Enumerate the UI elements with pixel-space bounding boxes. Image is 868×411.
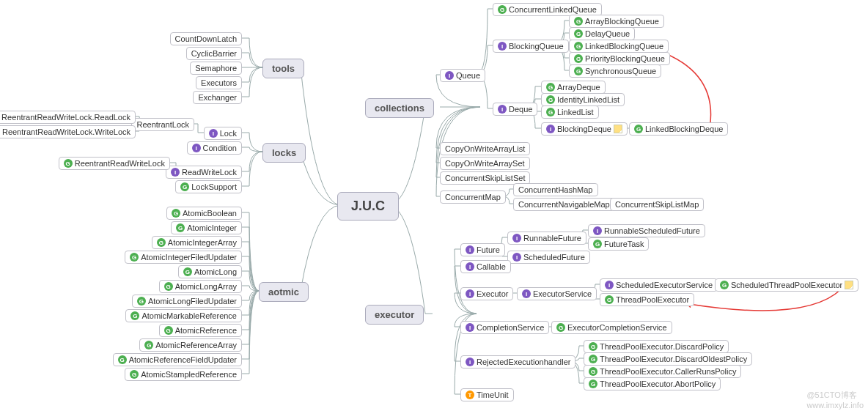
interface-icon: I [593, 226, 602, 235]
node-blockingqueue[interactable]: IBlockingQueue [493, 40, 569, 53]
node-writelock[interactable]: GReentrantReadWriteLock.WriteLock [0, 125, 136, 138]
node-atomicreferencefieldupdater[interactable]: GAtomicReferenceFieldUpdater [113, 353, 242, 366]
node-executorcompletionservice[interactable]: GExecutorCompletionService [551, 321, 672, 334]
class-icon: G [556, 323, 565, 332]
node-atomicreference[interactable]: GAtomicReference [159, 324, 242, 337]
class-icon: G [130, 253, 139, 262]
node-condition[interactable]: ICondition [187, 141, 242, 155]
node-atomicboolean[interactable]: GAtomicBoolean [166, 207, 242, 220]
node-queue[interactable]: IQueue [440, 69, 485, 82]
node-runnablefuture[interactable]: IRunnableFuture [507, 232, 586, 245]
node-countdownlatch[interactable]: CountDownLatch [170, 32, 242, 45]
class-icon: G [589, 355, 597, 363]
interface-icon: I [498, 42, 507, 51]
class-icon: G [634, 125, 643, 133]
watermark: @51CTO博客 www.imxylz.info [806, 390, 864, 410]
node-arraydeque[interactable]: GArrayDeque [541, 81, 606, 94]
node-priorityblockingqueue[interactable]: GPriorityBlockingQueue [569, 52, 670, 65]
node-completionservice[interactable]: ICompletionService [460, 321, 549, 334]
node-atomicinteger[interactable]: GAtomicInteger [171, 221, 242, 234]
node-scheduledthreadpoolexecutor[interactable]: GScheduledThreadPoolExecutor [715, 278, 858, 292]
node-threadpoolexecutor[interactable]: GThreadPoolExecutor [600, 293, 694, 306]
branch-tools[interactable]: tools [262, 59, 304, 78]
node-executors[interactable]: Executors [196, 76, 242, 89]
class-icon: G [589, 367, 597, 376]
node-readlock[interactable]: GReentrantReadWriteLock.ReadLock [0, 111, 136, 124]
node-concurrenthashmap[interactable]: ConcurrentHashMap [513, 183, 598, 196]
node-atomicstampledreference[interactable]: GAtomicStampledReference [125, 368, 242, 381]
class-icon: G [574, 54, 583, 63]
class-icon: G [546, 83, 555, 92]
node-reentrantlock[interactable]: ReentrantLock [131, 118, 194, 131]
class-icon: G [172, 209, 180, 218]
node-executorservice[interactable]: IExecutorService [517, 287, 597, 300]
interface-icon: I [466, 245, 474, 254]
node-callerrunspolicy[interactable]: GThreadPoolExecutor.CallerRunsPolicy [584, 365, 741, 378]
interface-icon: I [171, 168, 180, 177]
node-concurrentnavigablemap[interactable]: ConcurrentNavigableMap [513, 198, 615, 211]
interface-icon: I [522, 289, 531, 298]
node-future[interactable]: IFuture [460, 243, 505, 256]
interface-icon: I [466, 358, 474, 366]
interface-icon: I [605, 281, 614, 289]
node-atomiclongarray[interactable]: GAtomicLongArray [159, 280, 242, 293]
interface-icon: I [466, 262, 474, 271]
class-icon: G [130, 311, 139, 320]
node-linkedblockingdeque[interactable]: GLinkedBlockingDeque [629, 122, 728, 136]
class-icon: G [546, 95, 555, 104]
node-linkedblockingqueue[interactable]: GLinkedBlockingQueue [569, 40, 669, 53]
node-rejectedexecutionhandler[interactable]: IRejectedExecutionhandler [460, 355, 575, 369]
branch-atomic[interactable]: aotmic [259, 282, 309, 302]
node-atomicintegerfiledupdater[interactable]: GAtomicIntegerFiledUpdater [125, 251, 242, 264]
class-icon: G [589, 379, 597, 388]
node-delayqueue[interactable]: GDelayQueue [569, 27, 635, 40]
node-blockingdeque[interactable]: IBlockingDeque [541, 122, 628, 136]
node-readwritelock[interactable]: IReadWriteLock [166, 166, 242, 179]
node-discardoldestpolicy[interactable]: GThreadPoolExecutor.DiscardOldestPolicy [584, 352, 752, 366]
node-callable[interactable]: ICallable [460, 260, 511, 273]
node-abortpolicy[interactable]: GThreadPoolExecutor.AbortPolicy [584, 377, 721, 390]
node-linkedlist[interactable]: GLinkedList [541, 105, 599, 119]
node-reentrantreadwritelock[interactable]: GReentrantReadWriteLock [59, 157, 170, 170]
node-copyonwritearraylist[interactable]: CopyOnWriteArrayList [440, 142, 530, 155]
node-cyclicbarrier[interactable]: CyclicBarrier [186, 47, 242, 60]
node-scheduledfuture[interactable]: IScheduledFuture [507, 251, 590, 264]
interface-icon: I [209, 129, 218, 138]
root-node[interactable]: J.U.C [337, 192, 399, 221]
note-icon [845, 281, 853, 289]
node-timeunit[interactable]: TTimeUnit [460, 388, 514, 401]
node-deque[interactable]: IDeque [493, 103, 537, 116]
node-concurrentskiplistmap[interactable]: ConcurrentSkipListMap [610, 198, 704, 211]
node-atomicreferencearray[interactable]: GAtomicReferenceArray [139, 338, 242, 352]
class-icon: G [64, 159, 73, 168]
node-futuretask[interactable]: GFutureTask [588, 237, 649, 251]
node-exchanger[interactable]: Exchanger [193, 91, 242, 104]
node-lock[interactable]: ILock [204, 127, 242, 140]
class-icon: G [164, 282, 173, 291]
class-icon: G [164, 326, 173, 335]
class-icon: G [183, 267, 192, 276]
connector-lines [0, 0, 868, 411]
node-discardpolicy[interactable]: GThreadPoolExecutor.DiscardPolicy [584, 340, 729, 353]
branch-collections[interactable]: collections [365, 98, 434, 118]
interface-icon: I [512, 234, 521, 242]
node-atomiclongfiledupdater[interactable]: GAtomicLongFiledUpdater [132, 295, 242, 308]
class-icon: G [574, 17, 583, 26]
node-atomicintegerarray[interactable]: GAtomicIntegerArray [152, 236, 242, 249]
node-semaphore[interactable]: Semaphore [190, 62, 242, 75]
node-locksupport[interactable]: GLockSupport [175, 180, 242, 193]
node-identitylinkedlist[interactable]: GIdentityLinkedList [541, 93, 625, 106]
branch-executor[interactable]: executor [365, 305, 424, 325]
branch-locks[interactable]: locks [262, 143, 306, 163]
class-icon: G [720, 281, 729, 289]
node-arrayblockingqueue[interactable]: GArrayBlockingQueue [569, 15, 664, 28]
node-scheduledexecutorservice[interactable]: IScheduledExecutorService [600, 278, 718, 292]
node-runnablescheduledfuture[interactable]: IRunnableScheduledFuture [588, 224, 705, 237]
node-atomiclong[interactable]: GAtomicLong [178, 265, 242, 278]
node-atomicmarkablereference[interactable]: GAtomicMarkableReference [125, 309, 242, 322]
node-executor[interactable]: IExecutor [460, 287, 513, 300]
node-copyonwritearrayset[interactable]: CopyOnWriteArraySet [440, 157, 530, 170]
class-icon: G [498, 5, 507, 14]
node-concurrentmap[interactable]: ConcurrentMap [440, 190, 506, 204]
node-synchronousqueue[interactable]: GSynchronousQueue [569, 64, 661, 78]
